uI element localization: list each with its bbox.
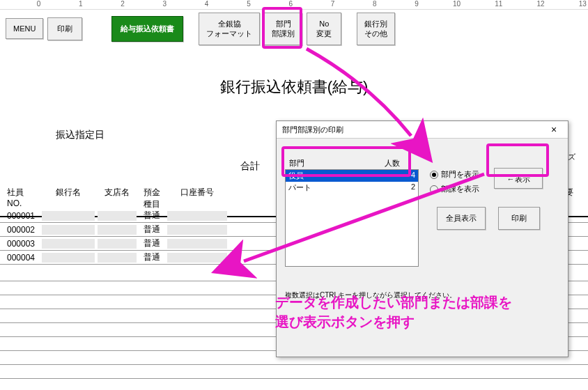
title-button[interactable]: 給与振込依頼書 [111,16,183,42]
dialog-print-button[interactable]: 印刷 [498,207,540,230]
toolbar: MENU 印刷 給与振込依頼書 全銀協 フォーマット 部門 部課別 No 変更 … [6,13,395,45]
bank-other-button[interactable]: 銀行別 その他 [357,13,395,45]
radio-show-dept[interactable]: 部門を表示 [430,169,479,180]
cell-id: 000002 [6,225,40,235]
designated-date-label: 振込指定日 [56,129,105,141]
cell-type: 普通 [138,210,166,221]
ruler: 012345678910111213 [0,0,588,10]
dept-list-item[interactable]: パート2 [286,182,418,194]
page-title: 銀行振込依頼書(給与) [0,77,588,98]
radio-icon [430,171,438,179]
cell-type: 普通 [138,224,166,235]
count-header-label: 人数 [385,158,400,169]
radio-icon [430,185,438,194]
menu-button[interactable]: MENU [6,18,43,39]
dialog-body: 部門 人数 役員4パート2 部門を表示 部課を表示 ←表示 全員表示 印刷 複数… [277,139,568,150]
dept-header-label: 部門 [289,158,304,169]
print-button[interactable]: 印刷 [47,17,82,40]
dept-list-item[interactable]: 役員4 [286,170,418,182]
dept-section-button[interactable]: 部門 部課別 [264,13,302,45]
radio-group: 部門を表示 部課を表示 [430,169,479,198]
dialog-title-text: 部門部課別の印刷 [282,125,343,135]
show-all-button[interactable]: 全員表示 [437,207,486,230]
radio-dept-label: 部門を表示 [441,169,479,180]
cell-type: 普通 [138,251,166,263]
cell-id: 000003 [6,239,40,249]
no-change-button[interactable]: No 変更 [307,13,341,45]
radio-show-section[interactable]: 部課を表示 [430,184,479,194]
annotation-text: データを作成したい部門または部課を 選び表示ボタンを押す [275,292,512,332]
show-button[interactable]: ←表示 [494,168,543,189]
dept-list[interactable]: 役員4パート2 [285,169,419,267]
radio-section-label: 部課を表示 [441,184,479,194]
dialog-close-button[interactable]: × [546,124,562,135]
dialog-titlebar: 部門部課別の印刷 × [277,121,568,139]
total-label: 合計 [240,160,260,173]
cell-id: 000004 [6,253,40,263]
cell-id: 000001 [6,211,40,221]
zenginkyo-format-button[interactable]: 全銀協 フォーマット [199,13,260,45]
cell-type: 普通 [138,237,166,249]
